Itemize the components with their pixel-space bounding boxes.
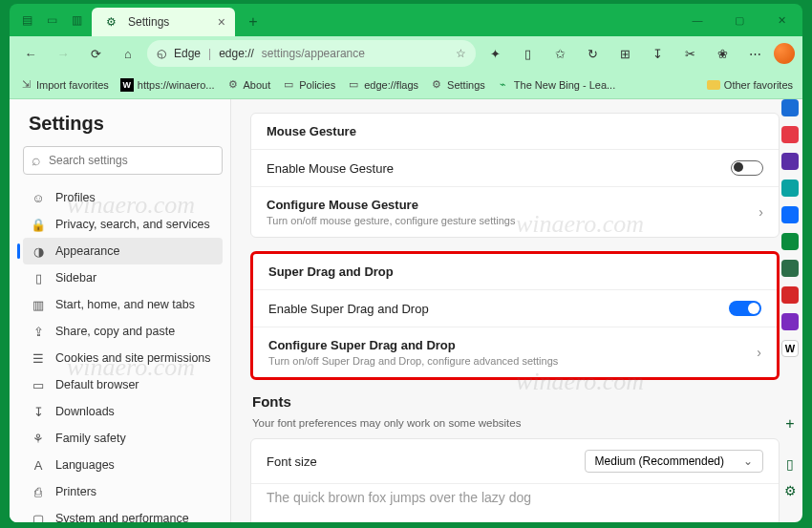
maximize-button[interactable]: ▢ xyxy=(718,4,760,36)
sidebar-app-icon[interactable] xyxy=(781,180,799,197)
enable-super-drag-toggle[interactable] xyxy=(729,301,761,316)
import-icon: ⇲ xyxy=(19,78,32,92)
history-icon[interactable]: ↻ xyxy=(579,40,606,67)
chevron-down-icon: ⌄ xyxy=(743,454,753,468)
screenshot-icon[interactable]: ✂ xyxy=(676,40,703,67)
back-button[interactable]: ← xyxy=(17,40,44,67)
settings-nav: ☺Profiles 🔒Privacy, search, and services… xyxy=(23,184,223,522)
favorite-item[interactable]: ▭edge://flags xyxy=(347,78,418,92)
system-icon: ▢ xyxy=(31,511,46,522)
nav-downloads[interactable]: ↧Downloads xyxy=(23,398,223,425)
browser-tab[interactable]: ⚙ Settings × xyxy=(92,8,235,36)
enable-super-drag-row: Enable Super Drag and Drop xyxy=(253,290,777,327)
settings-tab-icon: ⚙ xyxy=(101,12,120,32)
tab-title: Settings xyxy=(128,15,169,29)
sidebar-hide-icon[interactable]: ▯ xyxy=(781,455,799,473)
other-favorites[interactable]: Other favorites xyxy=(707,79,793,91)
favorite-item[interactable]: ▭Policies xyxy=(282,78,335,92)
nav-system[interactable]: ▢System and performance xyxy=(23,505,223,522)
favorite-item[interactable]: Whttps://winaero... xyxy=(120,78,215,92)
nav-printers[interactable]: ⎙Printers xyxy=(23,478,223,505)
nav-privacy[interactable]: 🔒Privacy, search, and services xyxy=(23,211,223,238)
gear-icon: ⚙ xyxy=(226,78,240,92)
mouse-gesture-header: Mouse Gesture xyxy=(251,114,779,150)
search-input[interactable] xyxy=(49,154,214,167)
home-button[interactable]: ⌂ xyxy=(115,40,141,67)
font-size-dropdown[interactable]: Medium (Recommended) ⌄ xyxy=(585,450,763,473)
sidebar-icon: ▯ xyxy=(31,270,46,285)
favorite-item[interactable]: ⚙About xyxy=(226,78,271,92)
close-window-button[interactable]: ✕ xyxy=(760,4,802,36)
briefcase-icon: ▭ xyxy=(282,78,295,92)
customize-fonts-row[interactable]: Customize fonts › xyxy=(251,517,779,522)
fonts-card: Font size Medium (Recommended) ⌄ The qui… xyxy=(250,438,780,522)
site-identity-icon[interactable]: ◵ xyxy=(157,47,166,60)
edge-sidebar: W + ▯ ⚙ xyxy=(778,95,802,499)
close-tab-icon[interactable]: × xyxy=(218,14,225,30)
favorite-item[interactable]: ⚙Settings xyxy=(430,78,485,92)
profile-avatar[interactable] xyxy=(774,43,795,64)
sidebar-app-icon[interactable] xyxy=(781,313,799,330)
import-favorites[interactable]: ⇲Import favorites xyxy=(19,78,109,92)
language-icon: A xyxy=(31,457,46,473)
app-menu-icon[interactable]: ▤ xyxy=(17,11,36,30)
enable-mouse-gesture-row: Enable Mouse Gesture xyxy=(251,150,779,187)
forward-button: → xyxy=(50,40,76,67)
nav-family[interactable]: ⚘Family safety xyxy=(23,425,223,452)
configure-super-drag-row[interactable]: Configure Super Drag and Drop Turn on/of… xyxy=(253,327,777,377)
minimize-button[interactable]: — xyxy=(676,4,718,36)
share-icon: ⇪ xyxy=(31,324,46,339)
nav-sidebar[interactable]: ▯Sidebar xyxy=(23,264,223,291)
sidebar-app-icon[interactable] xyxy=(781,286,799,304)
sidebar-app-icon[interactable] xyxy=(781,233,799,250)
sidebar-add-button[interactable]: + xyxy=(781,415,799,433)
nav-start[interactable]: ▥Start, home, and new tabs xyxy=(23,291,223,318)
address-path: settings/appearance xyxy=(262,47,365,60)
printer-icon: ⎙ xyxy=(31,484,46,499)
nav-profiles[interactable]: ☺Profiles xyxy=(23,184,223,211)
address-bar[interactable]: ◵ Edge | edge://settings/appearance ☆ xyxy=(147,40,476,67)
tabs-icon: ▥ xyxy=(31,297,46,312)
more-menu-icon[interactable]: ⋯ xyxy=(741,40,768,67)
super-drag-header: Super Drag and Drop xyxy=(253,254,777,290)
font-size-row: Font size Medium (Recommended) ⌄ xyxy=(251,439,779,484)
nav-default-browser[interactable]: ▭Default browser xyxy=(23,371,223,398)
tab-actions-icon[interactable]: ▥ xyxy=(67,11,86,30)
downloads-icon[interactable]: ↧ xyxy=(644,40,671,67)
collections-icon[interactable]: ⊞ xyxy=(611,40,638,67)
sidebar-app-icon[interactable] xyxy=(781,99,799,116)
download-icon: ↧ xyxy=(31,404,46,419)
favorite-item[interactable]: ⌁The New Bing - Lea... xyxy=(497,78,615,92)
nav-appearance[interactable]: ◑Appearance xyxy=(23,238,223,264)
sidebar-app-icon[interactable] xyxy=(781,206,799,223)
favorites-icon[interactable]: ✩ xyxy=(546,40,573,67)
sidebar-app-icon[interactable] xyxy=(781,260,799,277)
new-tab-button[interactable]: + xyxy=(241,10,266,34)
browser-essentials-icon[interactable]: ❀ xyxy=(709,40,736,67)
split-screen-icon[interactable]: ▯ xyxy=(514,40,541,67)
workspaces-icon[interactable]: ▭ xyxy=(42,11,61,30)
chevron-right-icon: › xyxy=(757,345,761,360)
refresh-button[interactable]: ⟳ xyxy=(82,40,109,67)
nav-languages[interactable]: ALanguages xyxy=(23,452,223,478)
configure-mouse-gesture-row[interactable]: Configure Mouse Gesture Turn on/off mous… xyxy=(251,187,779,237)
super-drag-card: Super Drag and Drop Enable Super Drag an… xyxy=(250,251,780,380)
search-settings[interactable]: ⌕ xyxy=(23,146,223,175)
family-icon: ⚘ xyxy=(31,431,46,446)
titlebar: ▤ ▭ ▥ ⚙ Settings × + — ▢ ✕ xyxy=(10,4,802,36)
fonts-subtext: Your font preferences may only work on s… xyxy=(252,417,780,429)
appearance-icon: ◑ xyxy=(31,243,46,259)
extensions-icon[interactable]: ✦ xyxy=(481,40,508,67)
favorite-star-icon[interactable]: ☆ xyxy=(456,47,466,60)
sidebar-app-icon[interactable] xyxy=(781,153,799,170)
sidebar-app-icon[interactable] xyxy=(781,126,799,143)
address-host: edge:// xyxy=(219,47,254,60)
nav-cookies[interactable]: ☰Cookies and site permissions xyxy=(23,345,223,371)
sidebar-settings-icon[interactable]: ⚙ xyxy=(781,482,799,499)
sidebar-app-icon[interactable]: W xyxy=(781,340,799,357)
flags-icon: ▭ xyxy=(347,78,360,92)
mouse-gesture-card: Mouse Gesture Enable Mouse Gesture Confi… xyxy=(250,113,780,238)
cookies-icon: ☰ xyxy=(31,350,46,366)
nav-share[interactable]: ⇪Share, copy and paste xyxy=(23,318,223,345)
enable-mouse-gesture-toggle[interactable] xyxy=(731,160,763,176)
